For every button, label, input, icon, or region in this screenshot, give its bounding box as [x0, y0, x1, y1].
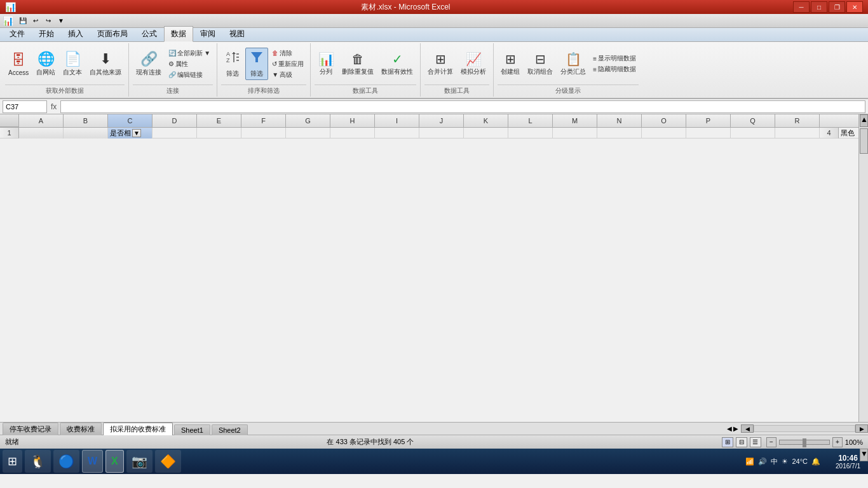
- taskbar-app6[interactable]: 🔶: [155, 450, 181, 473]
- from-other-btn[interactable]: ⬇ 自其他来源: [86, 49, 125, 79]
- tab-file[interactable]: 文件: [3, 26, 32, 41]
- data-validation-btn[interactable]: ✓ 数据有效性: [378, 50, 416, 78]
- taskbar-word[interactable]: W: [82, 450, 103, 473]
- consolidate-btn[interactable]: ⊞ 合并计算: [424, 50, 456, 78]
- sheet-tab-0[interactable]: 停车收费记录: [3, 423, 58, 435]
- horizontal-scrollbar[interactable]: ◀ ▶: [741, 424, 868, 433]
- hscroll-left[interactable]: ◀: [741, 424, 754, 433]
- cell-m[interactable]: [553, 128, 597, 139]
- clear-filter-btn[interactable]: 🗑 清除: [269, 48, 306, 58]
- sort-btn[interactable]: A Z 筛选: [221, 48, 244, 80]
- col-header-h[interactable]: H: [330, 114, 375, 127]
- col-header-g[interactable]: G: [286, 114, 330, 127]
- grid-body[interactable]: 1是否相▼4黑色黑色是7黑色黑色是8深蓝色深蓝色是19黑色黑色是28白色白色是3…: [0, 128, 858, 422]
- tab-review[interactable]: 审阅: [193, 26, 222, 41]
- col-header-c[interactable]: C: [108, 114, 153, 127]
- page-break-btn[interactable]: ☰: [750, 437, 761, 447]
- col-header-e[interactable]: E: [197, 114, 241, 127]
- remove-dup-btn[interactable]: 🗑 删除重复值: [339, 50, 377, 78]
- tab-right-btn[interactable]: ▶: [733, 425, 738, 432]
- whatif-btn[interactable]: 📈 模拟分析: [458, 50, 489, 78]
- col-header-j[interactable]: J: [419, 114, 464, 127]
- from-web-btn[interactable]: 🌐 自网站: [33, 49, 58, 79]
- cell-a[interactable]: [19, 128, 64, 139]
- taskbar-browser[interactable]: 🔵: [53, 450, 79, 473]
- filter-dropdown-c[interactable]: ▼: [132, 129, 141, 137]
- col-header-l[interactable]: L: [508, 114, 553, 127]
- tab-pagelayout[interactable]: 页面布局: [90, 26, 135, 41]
- col-header-f[interactable]: F: [241, 114, 286, 127]
- cell-i[interactable]: [375, 128, 419, 139]
- hscroll-right[interactable]: ▶: [855, 424, 868, 433]
- save-quick-btn[interactable]: 💾: [17, 15, 29, 27]
- zoom-slider[interactable]: [779, 440, 830, 445]
- cell-a[interactable]: 黑色: [839, 128, 858, 139]
- tab-left-btn[interactable]: ◀: [727, 425, 732, 432]
- tab-view[interactable]: 视图: [222, 26, 252, 41]
- sheet-tab-4[interactable]: Sheet2: [212, 424, 248, 435]
- sheet-tab-2[interactable]: 拟采用的收费标准: [103, 423, 173, 435]
- row-header[interactable]: 1: [0, 128, 19, 139]
- sheet-tab-1[interactable]: 收费标准: [60, 423, 102, 435]
- minimize-btn[interactable]: ─: [793, 1, 810, 13]
- cell-c[interactable]: 是否相▼: [108, 128, 153, 139]
- col-header-k[interactable]: K: [464, 114, 508, 127]
- col-header-d[interactable]: D: [153, 114, 197, 127]
- restore-btn[interactable]: ❐: [829, 1, 845, 13]
- cell-o[interactable]: [642, 128, 686, 139]
- ungroup-btn[interactable]: ⊟ 取消组合: [524, 50, 556, 78]
- col-header-r[interactable]: R: [775, 114, 820, 127]
- taskbar-camera[interactable]: 📷: [126, 450, 153, 473]
- show-detail-btn[interactable]: ≡ 显示明细数据: [590, 53, 639, 64]
- cell-h[interactable]: [330, 128, 375, 139]
- tab-data[interactable]: 数据: [164, 26, 193, 42]
- existing-connections-btn[interactable]: 🔗 现有连接: [133, 49, 165, 79]
- zoom-thumb[interactable]: [803, 438, 806, 447]
- text-to-col-btn[interactable]: 📊 分列: [315, 50, 337, 78]
- hscroll-track[interactable]: [754, 425, 855, 432]
- col-header-a[interactable]: A: [19, 114, 64, 127]
- vertical-scrollbar[interactable]: ▲ ▼: [858, 114, 868, 422]
- cell-j[interactable]: [419, 128, 464, 139]
- edit-links-btn[interactable]: 🔗 编辑链接: [166, 70, 213, 80]
- redo-quick-btn[interactable]: ↪: [43, 15, 54, 27]
- normal-view-btn[interactable]: ⊞: [722, 437, 733, 447]
- scroll-up-btn[interactable]: ▲: [860, 114, 868, 127]
- zoom-in-btn[interactable]: +: [832, 437, 843, 447]
- formula-input[interactable]: [60, 100, 865, 113]
- refresh-dropdown[interactable]: ▼: [204, 50, 210, 57]
- col-header-n[interactable]: N: [597, 114, 642, 127]
- subtotal-btn[interactable]: 📋 分类汇总: [557, 50, 589, 78]
- col-header-i[interactable]: I: [375, 114, 419, 127]
- cell-r[interactable]: [775, 128, 820, 139]
- col-header-q[interactable]: Q: [731, 114, 775, 127]
- cell-b[interactable]: [64, 128, 108, 139]
- row-header[interactable]: 4: [820, 128, 839, 139]
- scroll-thumb[interactable]: [860, 128, 868, 154]
- cell-l[interactable]: [508, 128, 553, 139]
- cell-reference-box[interactable]: C37: [3, 100, 47, 113]
- sheet-tab-3[interactable]: Sheet1: [174, 424, 210, 435]
- cell-g[interactable]: [286, 128, 330, 139]
- undo-quick-btn[interactable]: ↩: [30, 15, 41, 27]
- zoom-out-btn[interactable]: −: [766, 437, 776, 447]
- taskbar-excel[interactable]: X: [105, 450, 124, 473]
- filter-btn[interactable]: 筛选: [245, 48, 268, 80]
- tab-home[interactable]: 开始: [32, 26, 61, 41]
- reapply-btn[interactable]: ↺ 重新应用: [269, 59, 306, 69]
- tab-formula[interactable]: 公式: [135, 26, 164, 41]
- maximize-btn[interactable]: □: [811, 1, 827, 13]
- start-button[interactable]: ⊞: [3, 450, 22, 473]
- cell-q[interactable]: [731, 128, 775, 139]
- refresh-all-btn[interactable]: 🔄 全部刷新 ▼: [166, 48, 213, 58]
- cell-f[interactable]: [241, 128, 286, 139]
- cell-d[interactable]: [153, 128, 197, 139]
- col-header-m[interactable]: M: [553, 114, 597, 127]
- col-header-b[interactable]: B: [64, 114, 108, 127]
- from-text-btn[interactable]: 📄 自文本: [60, 49, 85, 79]
- access-btn[interactable]: 🗄 Access: [5, 50, 32, 78]
- tab-insert[interactable]: 插入: [61, 26, 90, 41]
- cell-k[interactable]: [464, 128, 508, 139]
- page-layout-btn[interactable]: ⊟: [736, 437, 747, 447]
- col-header-p[interactable]: P: [686, 114, 731, 127]
